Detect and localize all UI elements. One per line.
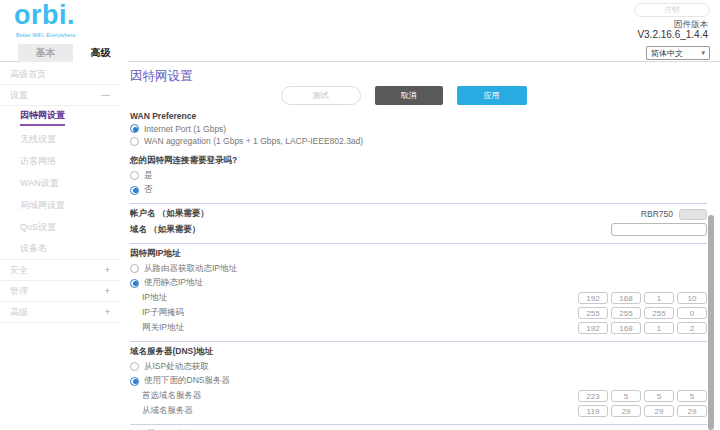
language-selected-value: 简体中文 (651, 48, 683, 59)
radio-wan-aggregation[interactable] (130, 137, 139, 146)
secondary-dns-octets (578, 405, 707, 417)
secondary-dns-octet-3[interactable] (644, 405, 674, 417)
sidebar-item-lan-setup[interactable]: 局域网设置 (0, 194, 120, 216)
sidebar: 高级首页 设置 — 因特网设置 无线设置 访客网络 WAN设置 局域网设置 (0, 62, 120, 429)
logout-button[interactable]: 注销 (634, 3, 710, 17)
account-name-row: 帐户名 （如果需要） RBR750 (130, 208, 707, 220)
radio-internet-port[interactable] (130, 124, 139, 133)
account-name-edit-badge[interactable] (679, 209, 707, 220)
wan-preference-heading: WAN Preference (130, 111, 707, 121)
domain-name-row: 域名 （如果需要） (130, 223, 707, 236)
subnet-octet-3[interactable] (644, 307, 674, 319)
ip-address-octets (578, 292, 707, 304)
tab-advanced[interactable]: 高级 (73, 44, 128, 62)
ip-octet-3[interactable] (644, 292, 674, 304)
secondary-dns-octet-1[interactable] (578, 405, 608, 417)
sidebar-item-setup[interactable]: 设置 — (0, 85, 120, 106)
gateway-octet-2[interactable] (611, 322, 641, 334)
tab-bar: 基本 高级 简体中文 ▾ (0, 44, 720, 62)
radio-dns-manual-label: 使用下面的DNS服务器 (144, 375, 230, 387)
primary-dns-octets (578, 390, 707, 402)
radio-dynamic-ip-label: 从路由器获取动态IP地址 (144, 263, 237, 275)
radio-dynamic-ip[interactable] (130, 264, 139, 273)
account-name-value: RBR750 (641, 209, 673, 219)
primary-dns-octet-4[interactable] (677, 390, 707, 402)
sidebar-item-guest-network[interactable]: 访客网络 (0, 150, 120, 172)
radio-row-internet-port: Internet Port (1 Gbps) (130, 124, 707, 134)
header: orbi. Better WiFi. Everywhere. 注销 固件版本 V… (0, 0, 720, 44)
language-select[interactable]: 简体中文 ▾ (646, 46, 710, 60)
subnet-mask-row: IP子网掩码 (130, 307, 707, 319)
radio-row-login-yes: 是 (130, 170, 707, 182)
secondary-dns-octet-4[interactable] (677, 405, 707, 417)
subnet-octet-4[interactable] (677, 307, 707, 319)
section-divider (130, 243, 707, 244)
page-title: 因特网设置 (130, 68, 707, 85)
collapse-icon: — (101, 90, 110, 100)
radio-static-ip[interactable] (130, 279, 139, 288)
chevron-down-icon: ▾ (701, 49, 705, 57)
section-divider (130, 424, 707, 425)
gateway-octet-4[interactable] (677, 322, 707, 334)
secondary-dns-label: 从域名服务器 (130, 405, 193, 417)
primary-dns-octet-1[interactable] (578, 390, 608, 402)
sidebar-item-qos-setup[interactable]: QoS设置 (0, 216, 120, 238)
radio-row-wan-aggregation: WAN aggregation (1 Gbps + 1 Gbps, LACP-I… (130, 136, 707, 146)
radio-dns-dynamic-label: 从ISP处动态获取 (144, 361, 209, 373)
sidebar-item-internet-setup[interactable]: 因特网设置 (0, 106, 120, 128)
sidebar-item-wan-setup[interactable]: WAN设置 (0, 172, 120, 194)
radio-row-dynamic-ip: 从路由器获取动态IP地址 (130, 263, 707, 275)
cancel-button[interactable]: 取消 (375, 86, 443, 105)
sidebar-item-administration[interactable]: 管理 + (0, 281, 120, 302)
radio-login-yes-label: 是 (144, 170, 153, 182)
gateway-octet-3[interactable] (644, 322, 674, 334)
main-content: 因特网设置 测试 取消 应用 WAN Preference Internet P… (120, 62, 720, 429)
sidebar-item-device-name[interactable]: 设备名 (0, 238, 120, 260)
radio-login-no[interactable] (130, 186, 139, 195)
orbi-logo: orbi. (14, 0, 75, 31)
radio-dns-dynamic[interactable] (130, 362, 139, 371)
radio-login-no-label: 否 (144, 184, 153, 196)
radio-dns-manual[interactable] (130, 377, 139, 386)
ip-octet-1[interactable] (578, 292, 608, 304)
router-admin-page: orbi. Better WiFi. Everywhere. 注销 固件版本 V… (0, 0, 720, 430)
radio-row-dns-manual: 使用下面的DNS服务器 (130, 375, 707, 387)
section-divider (130, 203, 707, 204)
primary-dns-octet-2[interactable] (611, 390, 641, 402)
subnet-mask-octets (578, 307, 707, 319)
internet-ip-heading: 因特网IP地址 (130, 248, 707, 260)
logo-tagline: Better WiFi. Everywhere. (16, 32, 77, 38)
sidebar-item-advanced[interactable]: 高级 + (0, 302, 120, 323)
apply-button[interactable]: 应用 (457, 86, 527, 105)
tab-basic[interactable]: 基本 (18, 44, 73, 62)
gateway-octet-1[interactable] (578, 322, 608, 334)
action-buttons: 测试 取消 应用 (130, 86, 677, 105)
primary-dns-label: 首选域名服务器 (130, 390, 202, 402)
sidebar-item-advanced-home[interactable]: 高级首页 (0, 64, 120, 85)
radio-row-dns-dynamic: 从ISP处动态获取 (130, 361, 707, 373)
ip-octet-4[interactable] (677, 292, 707, 304)
domain-name-input[interactable] (611, 223, 707, 236)
sidebar-item-wireless-setup[interactable]: 无线设置 (0, 128, 120, 150)
sidebar-item-security[interactable]: 安全 + (0, 260, 120, 281)
subnet-octet-2[interactable] (611, 307, 641, 319)
domain-name-label: 域名 （如果需要） (130, 224, 200, 236)
expand-icon: + (105, 307, 110, 317)
subnet-octet-1[interactable] (578, 307, 608, 319)
gateway-ip-row: 网关IP地址 (130, 322, 707, 334)
login-question-heading: 您的因特网连接需要登录吗? (130, 155, 707, 167)
radio-login-yes[interactable] (130, 171, 139, 180)
test-button[interactable]: 测试 (281, 86, 361, 105)
subnet-mask-label: IP子网掩码 (130, 307, 184, 319)
ip-octet-2[interactable] (611, 292, 641, 304)
secondary-dns-row: 从域名服务器 (130, 405, 707, 417)
ip-address-row: IP地址 (130, 292, 707, 304)
primary-dns-octet-3[interactable] (644, 390, 674, 402)
dns-heading: 域名服务器(DNS)地址 (130, 346, 707, 358)
account-name-label: 帐户名 （如果需要） (130, 208, 209, 220)
expand-icon: + (105, 265, 110, 275)
radio-row-login-no: 否 (130, 184, 707, 196)
vertical-scrollbar[interactable] (708, 215, 714, 430)
primary-dns-row: 首选域名服务器 (130, 390, 707, 402)
secondary-dns-octet-2[interactable] (611, 405, 641, 417)
